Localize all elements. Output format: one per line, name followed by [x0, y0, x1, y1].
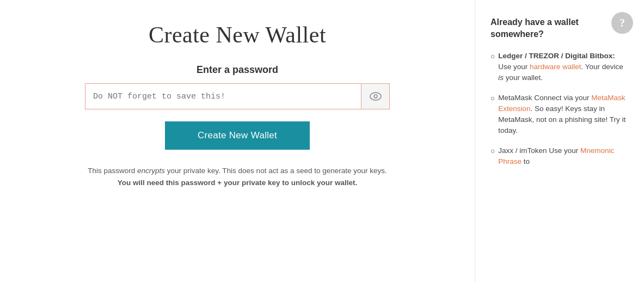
svg-point-1 — [374, 95, 377, 98]
wallet-option-ledger-text: Ledger / TREZOR / Digital Bitbox: Use yo… — [498, 51, 629, 84]
eye-icon — [370, 92, 382, 101]
toggle-password-visibility-button[interactable] — [361, 84, 389, 109]
bullet-icon: ○ — [490, 146, 495, 168]
wallet-option-jaxx-text: Jaxx / imToken Use your Mnemonic Phrase … — [498, 145, 629, 168]
create-new-wallet-button[interactable]: Create New Wallet — [165, 121, 310, 150]
hardware-wallet-link[interactable]: hardware wallet — [530, 63, 581, 71]
password-input[interactable] — [85, 85, 361, 108]
bullet-icon: ○ — [490, 93, 495, 137]
footer-note: This password encrypts your private key.… — [85, 165, 390, 188]
wallet-option-metamask: ○ MetaMask Connect via your MetaMask Ext… — [490, 93, 629, 137]
mnemonic-phrase-link[interactable]: Mnemonic Phrase — [498, 146, 614, 165]
wallet-option-jaxx: ○ Jaxx / imToken Use your Mnemonic Phras… — [490, 145, 629, 168]
wallet-option-ledger: ○ Ledger / TREZOR / Digital Bitbox: Use … — [490, 51, 629, 84]
right-panel: ? Already have a wallet somewhere? ○ Led… — [475, 0, 644, 282]
help-icon: ? — [611, 12, 633, 34]
metamask-extension-link[interactable]: MetaMask Extension — [498, 94, 625, 113]
right-panel-title: Already have a wallet somewhere? — [490, 16, 629, 41]
svg-point-0 — [370, 93, 381, 100]
password-input-wrapper — [85, 83, 390, 109]
password-label: Enter a password — [197, 64, 278, 76]
left-panel: Create New Wallet Enter a password Creat… — [0, 0, 475, 282]
bullet-icon: ○ — [490, 51, 495, 84]
wallet-option-metamask-text: MetaMask Connect via your MetaMask Exten… — [498, 93, 629, 137]
page-title: Create New Wallet — [149, 22, 326, 48]
